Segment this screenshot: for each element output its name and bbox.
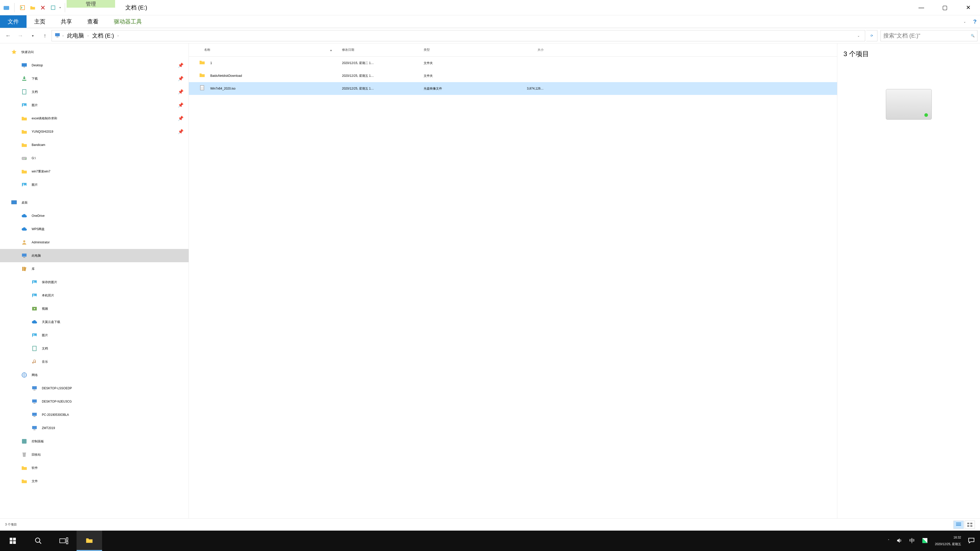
- tree-quick-item[interactable]: 文档📌: [0, 85, 189, 98]
- tray-overflow-caret[interactable]: ˄: [888, 539, 889, 543]
- close-button[interactable]: ✕: [956, 0, 980, 15]
- tree-item[interactable]: DESKTOP-LSSOEDP: [0, 382, 189, 395]
- tray-ime-indicator[interactable]: 中: [909, 537, 915, 545]
- tree-item[interactable]: 文件: [0, 475, 189, 488]
- view-large-icons-button[interactable]: [965, 521, 975, 529]
- minimize-button[interactable]: —: [910, 0, 933, 15]
- tree-item-label: Desktop: [32, 64, 43, 67]
- refresh-button[interactable]: ⟳: [866, 30, 877, 41]
- tree-item-label: 本机照片: [42, 293, 54, 298]
- tree-item[interactable]: 软件: [0, 461, 189, 475]
- tree-item[interactable]: 回收站: [0, 448, 189, 461]
- tray-security-icon[interactable]: [921, 537, 928, 545]
- col-size[interactable]: 大小: [490, 48, 551, 52]
- crumb-sep-2[interactable]: ›: [118, 34, 119, 38]
- tree-item[interactable]: PC-20190530OBLA: [0, 408, 189, 421]
- taskbar-clock[interactable]: 16:32 2020/12/25, 星期五: [935, 534, 961, 548]
- tree-item-label: 回收站: [32, 453, 41, 457]
- tree-item[interactable]: 保存的图片: [0, 275, 189, 289]
- tree-item[interactable]: OneDrive: [0, 209, 189, 222]
- tree-quick-item[interactable]: Desktop📌: [0, 59, 189, 72]
- tree-quick-item[interactable]: G:\: [0, 151, 189, 165]
- tree-desktop[interactable]: 桌面: [0, 196, 189, 209]
- ribbon-tab-view[interactable]: 查看: [80, 15, 106, 28]
- pin-icon: 📌: [178, 102, 183, 108]
- search-box[interactable]: 🔍: [880, 30, 977, 41]
- address-bar[interactable]: › 此电脑 › 文档 (E:) › ⌄: [52, 30, 865, 41]
- file-row[interactable]: 12020/12/15, 星期二 1…文件夹: [189, 57, 837, 69]
- tree-quick-item[interactable]: excel表格制作求和📌: [0, 112, 189, 125]
- svg-point-17: [23, 240, 25, 242]
- taskbar-explorer-button[interactable]: [76, 530, 102, 551]
- lib-icon: [21, 265, 28, 273]
- qat-customize-caret[interactable]: ▾: [59, 6, 61, 9]
- col-type[interactable]: 类型: [424, 48, 490, 52]
- tree-item[interactable]: Administrator: [0, 236, 189, 249]
- tree-item[interactable]: 控制面板: [0, 435, 189, 448]
- ribbon-expand-caret[interactable]: ⌄: [959, 15, 970, 28]
- tree-item[interactable]: 库: [0, 262, 189, 275]
- qat-properties-icon[interactable]: [19, 4, 26, 11]
- crumb-sep-1[interactable]: ›: [88, 34, 89, 38]
- nav-tree[interactable]: 快速访问 Desktop📌下载📌文档📌图片📌excel表格制作求和📌YUNQIS…: [0, 43, 189, 518]
- desktop-icon: [10, 199, 18, 206]
- tree-quick-item[interactable]: 图片📌: [0, 98, 189, 112]
- tree-item[interactable]: 图片: [0, 329, 189, 342]
- svg-rect-37: [22, 439, 27, 444]
- nav-forward-button[interactable]: →: [15, 30, 26, 41]
- tree-item[interactable]: DESKTOP-NJEU3CG: [0, 395, 189, 408]
- col-date[interactable]: 修改日期: [342, 48, 424, 52]
- system-tray[interactable]: ˄ 中 16:32 2020/12/25, 星期五: [888, 534, 980, 548]
- col-name[interactable]: 名称 ▴: [189, 48, 342, 52]
- tree-quick-item[interactable]: win7重装win7: [0, 165, 189, 178]
- qat-rename-icon[interactable]: [49, 4, 57, 11]
- qat-delete-icon[interactable]: [39, 4, 47, 11]
- ribbon-tab-share[interactable]: 共享: [53, 15, 80, 28]
- qat-newfolder-icon[interactable]: [29, 4, 37, 11]
- tree-item[interactable]: WPS网盘: [0, 222, 189, 236]
- maximize-button[interactable]: ▢: [933, 0, 956, 15]
- action-center-button[interactable]: [968, 537, 975, 545]
- svg-rect-30: [33, 390, 35, 390]
- tree-item[interactable]: 天翼云盘下载: [0, 315, 189, 329]
- tree-quick-item[interactable]: 图片: [0, 178, 189, 191]
- crumb-sep-0[interactable]: ›: [62, 34, 64, 38]
- ribbon-tab-home[interactable]: 主页: [27, 15, 53, 28]
- file-row[interactable]: BaiduNetdiskDownload2020/12/25, 星期五 1…文件…: [189, 69, 837, 82]
- nav-recent-caret[interactable]: ▾: [27, 30, 38, 41]
- tree-item[interactable]: 文档: [0, 342, 189, 355]
- file-name: BaiduNetdiskDownload: [210, 74, 242, 78]
- search-icon[interactable]: 🔍: [971, 34, 975, 38]
- address-dropdown-caret[interactable]: ⌄: [855, 34, 862, 38]
- tree-item-label: 网络: [32, 373, 38, 377]
- taskbar-search-button[interactable]: [25, 530, 51, 551]
- column-headers[interactable]: 名称 ▴ 修改日期 类型 大小: [189, 43, 837, 57]
- task-view-button[interactable]: [51, 530, 76, 551]
- tree-item[interactable]: 网络: [0, 368, 189, 382]
- ribbon-tab-drive-tools[interactable]: 驱动器工具: [106, 15, 150, 28]
- file-list[interactable]: 名称 ▴ 修改日期 类型 大小 12020/12/15, 星期二 1…文件夹Ba…: [189, 43, 837, 518]
- tree-quick-item[interactable]: Bandicam: [0, 138, 189, 151]
- file-row[interactable]: Win7x64_2020.iso2020/12/25, 星期五 1…光盘映像文件…: [189, 82, 837, 95]
- crumb-drive-e[interactable]: 文档 (E:): [91, 32, 116, 40]
- start-button[interactable]: [0, 530, 25, 551]
- net-icon: [21, 371, 28, 379]
- tree-quick-access[interactable]: 快速访问: [0, 45, 189, 59]
- view-details-button[interactable]: [953, 521, 964, 529]
- nav-up-button[interactable]: ↑: [39, 30, 51, 41]
- ribbon-tab-file[interactable]: 文件: [0, 15, 27, 28]
- tree-item[interactable]: 音乐: [0, 355, 189, 368]
- help-button[interactable]: ?: [970, 15, 980, 28]
- tray-volume-icon[interactable]: [896, 537, 903, 545]
- nav-back-button[interactable]: ←: [3, 30, 14, 41]
- crumb-this-pc[interactable]: 此电脑: [65, 32, 86, 40]
- tree-item[interactable]: ZMT2019: [0, 421, 189, 435]
- search-input[interactable]: [883, 32, 971, 39]
- tree-item[interactable]: 视频: [0, 302, 189, 315]
- tree-quick-item[interactable]: 下载📌: [0, 72, 189, 85]
- pin-icon: 📌: [178, 62, 183, 68]
- tree-item[interactable]: 本机照片: [0, 289, 189, 302]
- tree-item[interactable]: 此电脑: [0, 249, 189, 262]
- taskbar[interactable]: ˄ 中 16:32 2020/12/25, 星期五: [0, 530, 980, 551]
- tree-quick-item[interactable]: YUNQISHI2019📌: [0, 125, 189, 138]
